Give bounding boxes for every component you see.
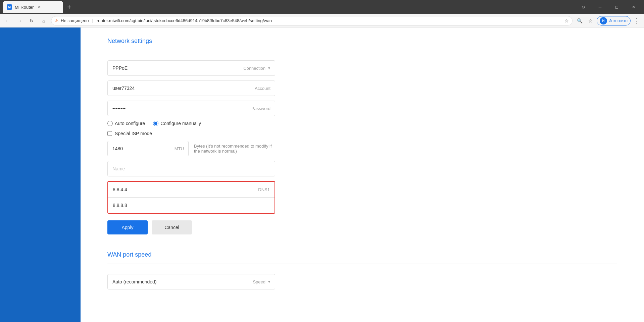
chevron-down-icon: ▾ [268,66,270,70]
nav-right: 🔍 ☆ И Инкогнито ⋮ [575,16,641,25]
mtu-field-group: MTU [107,141,189,156]
sidebar [0,28,81,322]
password-input[interactable] [107,101,275,116]
configure-manually-option[interactable]: Configure manually [153,121,201,126]
mtu-row: MTU Bytes (It's not recommended to modif… [107,141,275,156]
dns1-row: DNS1 [108,182,275,198]
cast-button[interactable]: ⊙ [576,2,591,12]
bookmark-icon[interactable]: ☆ [564,18,569,23]
address-bar[interactable]: ⚠ Не защищено | router.miwifi.com/cgi-bi… [51,16,573,25]
wan-section-title: WAN port speed [107,251,617,258]
back-button[interactable]: ← [3,16,12,25]
connection-field-group: PPPoE Connection ▾ [107,60,275,76]
main-layout: Network settings PPPoE Connection ▾ [0,28,644,322]
profile-avatar: И [600,17,607,24]
insecure-icon: ⚠ [55,18,59,23]
apply-button[interactable]: Apply [107,220,148,234]
wan-divider [107,264,617,264]
mtu-input[interactable] [107,141,189,156]
connection-select[interactable]: PPPoE Connection ▾ [107,60,275,76]
navigation-bar: ← → ↻ ⌂ ⚠ Не защищено | router.miwifi.co… [0,14,644,28]
network-settings-section: Network settings PPPoE Connection ▾ [81,38,644,234]
tab-close-button[interactable]: ✕ [36,4,42,10]
section-gap [81,234,644,251]
dns-group: DNS1 [107,181,275,214]
account-field-group: Account [107,80,275,96]
password-field-group: Password [107,101,275,116]
speed-chevron-down-icon: ▾ [268,279,270,284]
configure-manually-label: Configure manually [160,121,201,126]
profile-button[interactable]: И Инкогнито [597,16,631,25]
auto-configure-label: Auto configure [115,121,145,126]
wan-speed-row: Auto (recommended) Speed ▾ [107,274,275,289]
auto-recommended-value: Auto (recommended) [112,279,157,284]
cancel-button[interactable]: Cancel [152,220,192,234]
mtu-hint: Bytes (It's not recommended to modify if… [194,144,275,154]
maximize-button[interactable]: ◻ [609,2,625,12]
forward-button[interactable]: → [15,16,24,25]
configure-manually-radio[interactable] [153,121,158,126]
configure-radio-group: Auto configure Configure manually [107,121,275,126]
section-divider [107,50,617,50]
special-isp-label: Special ISP mode [115,131,152,136]
url-text: router.miwifi.com/cgi-bin/luci/;stok=cbc… [97,18,562,23]
connection-label: Connection [243,66,265,71]
profile-label: Инкогнито [608,18,628,23]
auto-configure-radio[interactable] [107,121,113,126]
name-field-group [107,161,275,176]
new-tab-button[interactable]: + [64,2,74,12]
browser-chrome: M Mi Router ✕ + ⊙ ─ ◻ ✕ [0,0,644,14]
wan-speed-section: WAN port speed Auto (recommended) Speed … [81,251,644,289]
connection-value: PPPoE [112,65,128,71]
name-input[interactable] [107,161,275,176]
network-form: PPPoE Connection ▾ Account Password [107,60,275,234]
dns1-input[interactable] [108,182,275,197]
form-buttons: Apply Cancel [107,220,275,234]
tab-favicon: M [7,4,12,10]
auto-configure-option[interactable]: Auto configure [107,121,145,126]
tab-bar: M Mi Router ✕ + [3,1,574,13]
speed-label: Speed [253,279,265,284]
home-button[interactable]: ⌂ [39,16,48,25]
bookmark-icon[interactable]: ☆ [586,16,595,25]
active-tab[interactable]: M Mi Router ✕ [3,1,63,13]
search-icon[interactable]: 🔍 [575,16,585,25]
network-section-title: Network settings [107,38,617,45]
insecure-label: Не защищено [61,18,89,23]
special-isp-checkbox[interactable] [107,131,112,136]
content-area: Network settings PPPoE Connection ▾ [81,28,644,322]
tab-title: Mi Router [15,5,34,10]
special-isp-group: Special ISP mode [107,131,275,136]
minimize-button[interactable]: ─ [592,2,608,12]
window-controls: ⊙ ─ ◻ ✕ [576,2,641,12]
dns2-input[interactable] [108,198,275,213]
menu-button[interactable]: ⋮ [632,16,641,25]
account-input[interactable] [107,80,275,96]
close-button[interactable]: ✕ [626,2,641,12]
refresh-button[interactable]: ↻ [27,16,36,25]
speed-select[interactable]: Auto (recommended) Speed ▾ [107,274,275,289]
dns2-row [108,198,275,213]
